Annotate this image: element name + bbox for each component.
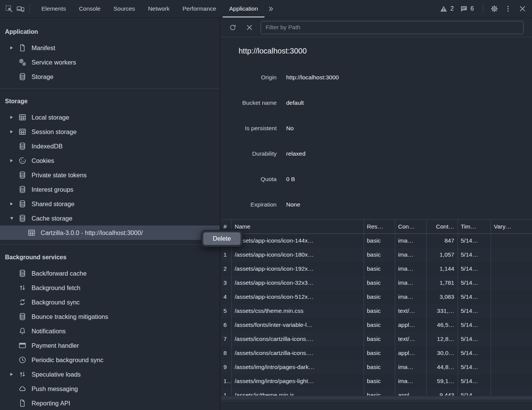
section-divider [0,88,220,89]
sidebar-item-payment-handler[interactable]: Payment handler [0,338,220,353]
sidebar-item-shared-storage[interactable]: Shared storage [0,197,220,211]
cache-toolbar [221,18,532,37]
database-icon [18,142,27,150]
table-row[interactable]: 11/assets/js/theme.min.jsbasicappl…9,443… [221,388,532,396]
expander-none [10,309,18,324]
clear-icon[interactable] [244,22,255,33]
sidebar-item-session-storage[interactable]: Session storage [0,125,220,139]
sidebar-item-cache-cartzilla[interactable]: Cartzilla-3.0.0 - http://localhost:3000/ [0,226,220,240]
preview-pane [221,401,532,410]
sidebar-item-service-workers[interactable]: Service workers [0,55,220,69]
clock-icon [18,356,27,364]
sidebar-item-speculative-loads[interactable]: Speculative loads [0,367,220,382]
expander-none [10,295,18,309]
expander-collapsed[interactable] [10,197,18,211]
col-header-response-type[interactable]: Res… [364,220,395,234]
table-row[interactable]: 3/assets/app-icons/icon-32x3…basicima…1,… [221,276,532,290]
table-header-row: # Name Res… Con… Cont… Tim… Vary… [221,220,532,234]
inspect-element-icon[interactable] [3,3,15,14]
sidebar-item-bounce-tracking-mitigations[interactable]: Bounce tracking mitigations [0,309,220,324]
meta-row-expiration: Expiration None [221,192,532,217]
panel-bottom-bar [221,396,532,410]
expander-none [10,324,18,338]
expander-none [10,281,18,295]
section-header-storage: Storage [0,93,220,110]
col-header-vary[interactable]: Vary… [491,220,532,234]
col-header-content-length[interactable]: Cont… [426,220,458,234]
sidebar-item-manifest[interactable]: Manifest [0,41,220,55]
meta-row-quota: Quota 0 B [221,166,532,192]
warning-count: 2 [450,5,454,12]
col-header-name[interactable]: Name [231,220,364,234]
cookie-icon [18,156,27,165]
toolbar-separator [29,4,30,13]
context-menu: Delete [201,230,243,247]
document-icon [18,44,27,52]
table-icon [18,128,27,136]
sidebar-item-background-fetch[interactable]: Background fetch [0,281,220,295]
table-row[interactable]: 4/assets/app-icons/icon-512x…basicima…3,… [221,290,532,304]
sidebar-item-background-sync[interactable]: Background sync [0,295,220,309]
table-row[interactable]: 2/assets/app-icons/icon-192x…basicima…1,… [221,262,532,276]
sidebar-item-interest-groups[interactable]: Interest groups [0,182,220,197]
close-icon[interactable] [517,3,528,14]
sidebar-item-reporting-api[interactable]: Reporting API [0,396,220,410]
horizontal-scrollbar[interactable] [221,396,532,400]
refresh-icon[interactable] [227,22,238,33]
table-row[interactable]: 5/assets/css/theme.min.cssbasictext/…331… [221,304,532,318]
expander-none [10,182,18,197]
expander-collapsed[interactable] [10,125,18,139]
col-header-time-cached[interactable]: Tim… [458,220,491,234]
sidebar-item-cookies[interactable]: Cookies [0,153,220,168]
tab-performance[interactable]: Performance [176,0,223,17]
sidebar-item-notifications[interactable]: Notifications [0,324,220,338]
warnings-counter[interactable]: 2 [440,5,454,13]
expander-collapsed[interactable] [10,41,18,55]
expander-none [10,353,18,367]
issues-counter[interactable]: 6 [460,5,474,13]
meta-row-origin: Origin http://localhost:3000 [221,65,532,90]
device-toolbar-icon[interactable] [15,3,26,14]
expander-none [10,338,18,353]
context-menu-item-delete[interactable]: Delete [203,232,241,245]
database-icon [18,185,27,194]
database-icon [18,171,27,179]
tab-network[interactable]: Network [141,0,176,17]
sidebar-item-cache-storage[interactable]: Cache storage [0,211,220,226]
tab-elements[interactable]: Elements [35,0,73,17]
sidebar-item-periodic-background-sync[interactable]: Periodic background sync [0,353,220,367]
sidebar-item-private-state-tokens[interactable]: Private state tokens [0,168,220,182]
sidebar-item-push-messaging[interactable]: Push messaging [0,382,220,396]
sidebar-item-indexeddb[interactable]: IndexedDB [0,139,220,153]
expander-collapsed[interactable] [10,367,18,382]
section-divider [0,244,220,245]
table-row[interactable]: 6/assets/fonts/inter-variable-l…basicapp… [221,318,532,332]
meta-row-bucket-name: Bucket name default [221,90,532,115]
expander-collapsed[interactable] [10,110,18,125]
settings-gear-icon[interactable] [489,3,500,14]
sidebar-item-back-forward-cache[interactable]: Back/forward cache [0,266,220,281]
more-tabs-icon[interactable] [265,3,277,14]
table-icon [27,229,36,237]
tab-sources[interactable]: Sources [107,0,142,17]
table-row[interactable]: 1…/assets/img/intro/pages-light…basicima… [221,374,532,388]
table-row[interactable]: 9/assets/img/intro/pages-dark…basicima…4… [221,360,532,374]
database-icon [18,200,27,208]
table-row[interactable]: 1/assets/app-icons/icon-180x…basicima…1,… [221,248,532,262]
meta-row-durability: Durability relaxed [221,141,532,166]
table-row[interactable]: 7/assets/icons/cartzilla-icons.…basictex… [221,332,532,346]
tab-application[interactable]: Application [223,0,264,17]
kebab-menu-icon[interactable] [502,3,514,14]
filter-by-path-input[interactable] [261,21,524,34]
expander-expanded[interactable] [10,211,18,226]
expander-collapsed[interactable] [10,153,18,168]
table-row[interactable]: 8/assets/icons/cartzilla-icons.…basicapp… [221,346,532,360]
cache-entries-table: # Name Res… Con… Cont… Tim… Vary… 0/asse… [221,219,532,396]
sidebar-item-storage[interactable]: Storage [0,69,220,84]
database-icon [18,269,27,278]
table-row[interactable]: 0/assets/app-icons/icon-144x…basicima…84… [221,234,532,248]
expander-none [19,226,27,240]
col-header-content-type[interactable]: Con… [395,220,426,234]
sidebar-item-local-storage[interactable]: Local storage [0,110,220,125]
tab-console[interactable]: Console [73,0,107,17]
